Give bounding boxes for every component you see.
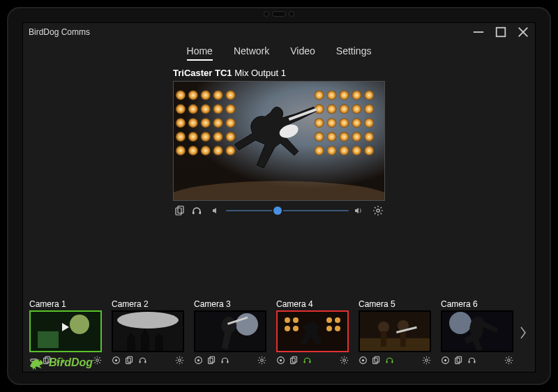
camera-toolbar xyxy=(276,354,349,366)
svg-point-9 xyxy=(213,90,223,100)
camera-label: Camera 3 xyxy=(194,299,266,309)
camera-strip: Camera 1 Camera 2 xyxy=(23,291,535,372)
svg-point-43 xyxy=(326,326,332,331)
camera-thumbnail[interactable] xyxy=(112,310,184,352)
preview-toolbar xyxy=(173,201,385,218)
camera-toolbar xyxy=(194,354,266,366)
svg-rect-50 xyxy=(400,330,406,347)
svg-point-42 xyxy=(335,317,340,323)
copy-icon[interactable] xyxy=(174,205,186,216)
svg-line-26 xyxy=(381,207,382,209)
camera-label: Camera 4 xyxy=(276,299,349,309)
brand-name: BirdDog xyxy=(49,356,93,369)
headset-icon[interactable] xyxy=(385,356,394,365)
tablet-camera-cluster xyxy=(255,11,303,17)
svg-point-47 xyxy=(378,322,389,333)
svg-point-34 xyxy=(236,313,258,336)
svg-rect-17 xyxy=(199,211,202,214)
source-device: TriCaster TC1 xyxy=(173,68,232,78)
talk-icon[interactable] xyxy=(441,356,450,365)
camera-thumbnail[interactable] xyxy=(359,310,431,352)
window-title: BirdDog Comms xyxy=(29,27,90,37)
svg-line-25 xyxy=(375,213,376,215)
scroll-right-button[interactable] xyxy=(517,312,529,354)
svg-point-40 xyxy=(293,326,299,331)
svg-rect-16 xyxy=(193,211,195,214)
svg-point-32 xyxy=(117,312,179,329)
svg-rect-48 xyxy=(381,331,386,347)
camera-thumbnail[interactable] xyxy=(276,310,349,352)
speaker-low-icon xyxy=(212,206,220,215)
camera-toolbar xyxy=(359,354,431,366)
settings-icon[interactable] xyxy=(175,356,184,365)
camera-tile: Camera 5 xyxy=(359,299,431,366)
camera-thumbnail[interactable] xyxy=(441,310,513,352)
svg-rect-14 xyxy=(176,208,181,215)
camera-label: Camera 1 xyxy=(29,299,102,309)
camera-tile: Camera 3 xyxy=(194,299,266,366)
settings-icon[interactable] xyxy=(372,205,384,216)
tab-network[interactable]: Network xyxy=(234,45,269,61)
volume-slider[interactable] xyxy=(226,206,349,216)
svg-rect-15 xyxy=(178,206,183,213)
copy-icon[interactable] xyxy=(207,356,216,365)
settings-icon[interactable] xyxy=(422,356,431,365)
copy-icon[interactable] xyxy=(372,356,381,365)
camera-toolbar xyxy=(441,354,513,366)
talk-icon[interactable] xyxy=(276,356,285,365)
talk-icon[interactable] xyxy=(112,356,121,365)
program-preview[interactable] xyxy=(173,81,385,201)
svg-point-28 xyxy=(70,315,89,334)
svg-point-37 xyxy=(285,317,290,323)
close-button[interactable] xyxy=(517,26,529,38)
settings-icon[interactable] xyxy=(340,356,349,365)
tab-video[interactable]: Video xyxy=(290,45,315,61)
svg-point-54 xyxy=(39,360,40,361)
camera-label: Camera 2 xyxy=(112,299,184,309)
volume-control xyxy=(208,206,367,216)
svg-point-6 xyxy=(176,90,186,100)
brand-logo: BirdDog xyxy=(28,356,93,370)
svg-point-39 xyxy=(285,326,290,331)
minimize-button[interactable] xyxy=(472,26,485,38)
titlebar: BirdDog Comms xyxy=(23,23,535,41)
svg-rect-29 xyxy=(38,331,59,348)
camera-tile: Camera 4 xyxy=(276,299,349,366)
settings-icon[interactable] xyxy=(504,356,513,365)
headset-icon[interactable] xyxy=(220,356,229,365)
svg-line-23 xyxy=(375,207,376,209)
tab-settings[interactable]: Settings xyxy=(336,45,372,61)
copy-icon[interactable] xyxy=(454,356,463,365)
talk-icon[interactable] xyxy=(359,356,368,365)
camera-tile: Camera 2 xyxy=(112,299,184,366)
window-controls xyxy=(472,26,529,38)
maximize-button[interactable] xyxy=(495,26,507,38)
camera-thumbnail[interactable] xyxy=(29,310,102,352)
headset-icon[interactable] xyxy=(467,356,476,365)
copy-icon[interactable] xyxy=(125,356,134,365)
copy-icon[interactable] xyxy=(289,356,299,365)
headset-icon[interactable] xyxy=(138,356,147,365)
source-channel: Mix Output 1 xyxy=(234,68,286,78)
svg-point-18 xyxy=(377,209,379,212)
svg-point-8 xyxy=(201,90,211,100)
headset-icon[interactable] xyxy=(303,356,312,365)
svg-rect-1 xyxy=(497,28,506,37)
tab-home[interactable]: Home xyxy=(187,45,213,61)
tablet-frame: BirdDog Comms Home Network Video Setting… xyxy=(7,7,551,385)
svg-point-10 xyxy=(226,90,236,100)
camera-thumbnail[interactable] xyxy=(194,310,266,352)
main-preview-area: TriCaster TC1 Mix Output 1 xyxy=(23,68,535,291)
camera-tile: Camera 6 xyxy=(441,299,513,366)
talk-icon[interactable] xyxy=(194,356,203,365)
settings-icon[interactable] xyxy=(257,356,266,365)
svg-point-41 xyxy=(326,317,332,323)
source-title: TriCaster TC1 Mix Output 1 xyxy=(173,68,385,78)
speaker-high-icon xyxy=(354,206,363,215)
camera-label: Camera 6 xyxy=(441,299,513,309)
camera-label: Camera 5 xyxy=(359,299,431,309)
headset-icon[interactable] xyxy=(191,205,202,216)
settings-icon[interactable] xyxy=(93,356,102,365)
nav-tabs: Home Network Video Settings xyxy=(23,41,535,68)
svg-rect-46 xyxy=(360,338,430,351)
